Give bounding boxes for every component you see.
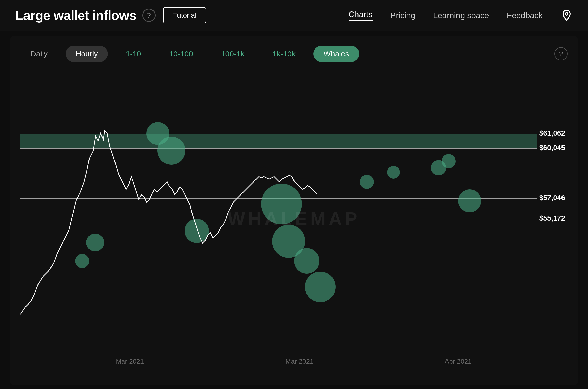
x-label-mar-2: Mar 2021 <box>286 358 314 366</box>
x-label-apr: Apr 2021 <box>445 358 472 366</box>
nav-charts[interactable]: Charts <box>349 10 373 21</box>
price-label-60045: $60,045 <box>539 144 565 152</box>
chart-panel: Daily Hourly 1-10 10-100 100-1k 1k-10k W… <box>10 36 578 385</box>
tutorial-button[interactable]: Tutorial <box>163 7 206 23</box>
filter-1-10[interactable]: 1-10 <box>116 46 151 62</box>
nav-learning-space[interactable]: Learning space <box>433 11 489 20</box>
filter-bar: Daily Hourly 1-10 10-100 100-1k 1k-10k W… <box>20 46 568 62</box>
x-label-mar-1: Mar 2021 <box>116 358 144 366</box>
price-chart-svg <box>20 72 532 366</box>
page-title: Large wallet inflows <box>15 8 136 23</box>
nav-feedback[interactable]: Feedback <box>507 11 543 20</box>
filter-10-100[interactable]: 10-100 <box>159 46 203 62</box>
title-help-icon[interactable]: ? <box>142 9 156 22</box>
filter-hourly[interactable]: Hourly <box>66 46 108 62</box>
location-pin-icon[interactable] <box>560 9 573 21</box>
filter-daily[interactable]: Daily <box>20 46 58 62</box>
price-label-55172: $55,172 <box>539 214 565 222</box>
svg-point-0 <box>565 13 568 15</box>
price-label-61062: $61,062 <box>539 129 565 137</box>
filter-whales[interactable]: Whales <box>313 46 359 62</box>
nav-pricing[interactable]: Pricing <box>390 11 415 20</box>
price-label-57046: $57,046 <box>539 194 565 202</box>
filter-100-1k[interactable]: 100-1k <box>211 46 255 62</box>
filter-1k-10k[interactable]: 1k-10k <box>262 46 306 62</box>
header: Large wallet inflows ? Tutorial Charts P… <box>0 0 588 31</box>
main-nav: Charts Pricing Learning space Feedback <box>349 9 573 21</box>
chart-help-icon[interactable]: ? <box>554 47 568 60</box>
chart-area: WHALEMAP $61,062 $60,045 $57,046 $55,172 <box>20 72 568 366</box>
